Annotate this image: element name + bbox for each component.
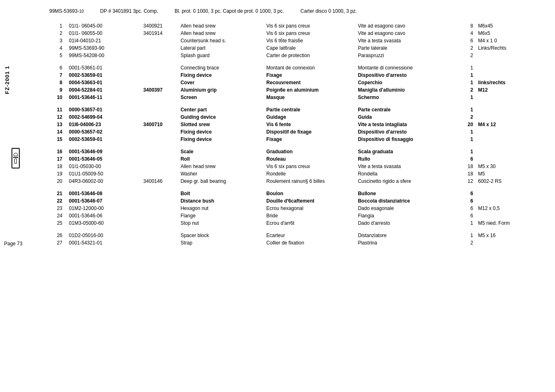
row-number: 12 xyxy=(49,113,67,121)
row-spec: M12 xyxy=(476,86,539,94)
table-row: 15 0002-53659-01 Fixing device Fixage Di… xyxy=(49,136,539,143)
row-part-number: 01M2-12000-00 xyxy=(67,205,141,212)
row-name-en: Strap xyxy=(178,239,264,247)
row-part-number: 0002-53659-01 xyxy=(67,71,141,79)
row-name-fr: Ecarteur xyxy=(264,232,355,239)
table-row: 25 01M3-05000-60 Stop nut Ecrou d'arr6t … xyxy=(49,219,539,227)
row-name-it: Parte centrale xyxy=(355,106,458,113)
row-ref xyxy=(141,232,178,239)
row-number: 27 xyxy=(49,239,67,247)
row-name-fr: Ecrou d'arr6t xyxy=(264,219,355,227)
row-ref xyxy=(141,190,178,197)
table-row: 1 01I1- 06045-00 3400921 Allen head srew… xyxy=(49,22,539,30)
row-spec: Links/Rechts xyxy=(476,44,539,52)
row-name-it: Coperchio xyxy=(355,79,458,86)
row-spec xyxy=(476,106,539,113)
row-number: 19 xyxy=(49,170,67,178)
row-ref: 3400397 xyxy=(141,86,178,94)
table-row: 19 01U1-05009-50 Washer Rondelle Rondell… xyxy=(49,170,539,178)
row-name-en: Stop nut xyxy=(178,219,264,227)
row-number: 5 xyxy=(49,52,67,59)
page-footer: Page 73 xyxy=(4,241,23,247)
row-number: 22 xyxy=(49,197,67,205)
row-name-en: Allen head srew xyxy=(178,30,264,37)
row-number: 8 xyxy=(49,79,67,86)
row-ref xyxy=(141,64,178,71)
row-name-en: Splash guard xyxy=(178,52,264,59)
row-ref xyxy=(141,37,178,44)
row-spec xyxy=(476,64,539,71)
row-name-fr: Recouvrement xyxy=(264,79,355,86)
row-number: 23 xyxy=(49,205,67,212)
row-part-number: 01D2-05016-00 xyxy=(67,232,141,239)
row-number: 24 xyxy=(49,212,67,219)
table-row: 17 0001-53646-05 Roll Rouleau Rullo 6 xyxy=(49,155,539,163)
row-name-it: Schermo xyxy=(355,94,458,101)
row-qty: 12 xyxy=(458,178,476,185)
row-ref xyxy=(141,136,178,143)
row-qty: 6 xyxy=(458,190,476,197)
row-name-en: Distance bush xyxy=(178,197,264,205)
header-desc-fr: Bl. prot. 0 1000, 3 pc. Capot de prot. 0… xyxy=(175,8,284,14)
row-part-number: 0001-53646-11 xyxy=(67,94,141,101)
row-number: 2 xyxy=(49,30,67,37)
row-qty: 1 xyxy=(458,79,476,86)
sidebar-icon xyxy=(12,148,20,173)
row-name-fr: Cape lat6rale xyxy=(264,44,355,52)
row-ref xyxy=(141,148,178,155)
row-name-en: Aluminium grip xyxy=(178,86,264,94)
header-dp: DP # 3401891 3pc. Comp. xyxy=(100,8,158,14)
row-number: 3 xyxy=(49,37,67,44)
row-name-it: Montante di connessione xyxy=(355,64,458,71)
row-spec xyxy=(476,52,539,59)
row-spec: M4 x 1 0 xyxy=(476,37,539,44)
row-spec: links/rechts xyxy=(476,79,539,86)
row-ref xyxy=(141,163,178,170)
row-qty: 2 xyxy=(458,239,476,247)
row-part-number: 01I6-04006-23 xyxy=(67,121,141,128)
row-name-fr: Ecrou hexagonal xyxy=(264,205,355,212)
row-ref xyxy=(141,155,178,163)
row-number: 1 xyxy=(49,22,67,30)
table-row: 26 01D2-05016-00 Spacer block Ecarteur D… xyxy=(49,232,539,239)
row-ref xyxy=(141,106,178,113)
row-name-it: Boccola distanziatrice xyxy=(355,197,458,205)
row-spec xyxy=(476,197,539,205)
row-name-fr: Fixage xyxy=(264,136,355,143)
row-name-fr: Douille d'6caftement xyxy=(264,197,355,205)
row-name-it: Piastrina xyxy=(355,239,458,247)
row-name-en: Roll xyxy=(178,155,264,163)
row-number: 11 xyxy=(49,106,67,113)
row-name-it: Scala graduata xyxy=(355,148,458,155)
row-name-it: Parte laterale xyxy=(355,44,458,52)
table-row: 6 0001-53661-01 Connecting brace Montant… xyxy=(49,64,539,71)
table-row: 20 04R3-06002-00 3400146 Deep gr. ball b… xyxy=(49,178,539,185)
row-qty: 1 xyxy=(458,64,476,71)
row-name-it: Flangia xyxy=(355,212,458,219)
row-number: 15 xyxy=(49,136,67,143)
row-separator xyxy=(49,101,539,106)
row-spec: M12 x 0,5 xyxy=(476,205,539,212)
row-qty: 1 xyxy=(458,136,476,143)
row-name-it: Maniglia d'alluminio xyxy=(355,86,458,94)
header-row: 99MS-53693-10 DP # 3401891 3pc. Comp. Bl… xyxy=(25,8,539,14)
row-qty: 2 xyxy=(458,113,476,121)
row-part-number: 01I1- 06055-00 xyxy=(67,30,141,37)
row-name-en: Connecting brace xyxy=(178,64,264,71)
row-name-fr: Vis 6 t6te frais6e xyxy=(264,37,355,44)
row-part-number: 99MS-53693-90 xyxy=(67,44,141,52)
row-name-en: Fixing device xyxy=(178,128,264,136)
row-ref xyxy=(141,128,178,136)
row-number: 14 xyxy=(49,128,67,136)
row-name-en: Allen head srew xyxy=(178,163,264,170)
row-name-it: Vite a testa svasata xyxy=(355,163,458,170)
table-row: 18 01I1-05030-00 Allen head srew Vis 6 s… xyxy=(49,163,539,170)
row-spec: M5 xyxy=(476,170,539,178)
table-row: 24 0001-53646-06 Flange Bride Flangia 6 xyxy=(49,212,539,219)
row-name-en: Guiding device xyxy=(178,113,264,121)
row-spec xyxy=(476,148,539,155)
row-part-number: 0000-53657-02 xyxy=(67,128,141,136)
row-name-fr: Vis 6 six pans creux xyxy=(264,163,355,170)
row-spec: M5 x 30 xyxy=(476,163,539,170)
row-qty: 8 xyxy=(458,22,476,30)
